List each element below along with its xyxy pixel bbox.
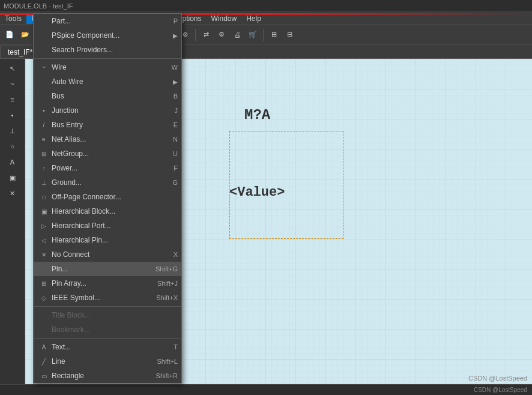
menu-item-bus-entry[interactable]: /Bus EntryE: [34, 118, 181, 132]
toolbar-btn6[interactable]: ⊟: [282, 28, 297, 42]
menu-item-line[interactable]: ╱LineShift+L: [34, 354, 181, 369]
toolbar-btn5[interactable]: ⊞: [267, 28, 281, 42]
schematic-value: <Value>: [229, 185, 285, 200]
toolbar-btn2[interactable]: ⚙: [214, 28, 229, 42]
menu-icon-bus-entry: /: [38, 119, 49, 130]
menu-icon-hier-pin: ◁: [38, 235, 49, 246]
menu-label-title-block: Title Block...: [52, 311, 178, 319]
menu-item-power[interactable]: ↑Power...F: [34, 161, 181, 175]
menu-item-wire[interactable]: ~WireW: [34, 60, 181, 74]
menu-shortcut-power: F: [174, 164, 178, 172]
menu-shortcut-netgroup: U: [173, 150, 178, 157]
menu-item-ieee-symbol[interactable]: ◇IEEE Symbol...Shift+X: [34, 291, 181, 305]
menu-label-auto-wire: Auto Wire: [52, 77, 171, 86]
toolbar-open[interactable]: 📂: [18, 28, 32, 42]
menu-window[interactable]: Window: [206, 13, 241, 24]
menu-separator: [34, 58, 181, 59]
menu-item-net-alias[interactable]: ≡Net Alias...N: [34, 132, 181, 146]
menu-label-bookmark: Bookmark...: [52, 325, 178, 334]
menu-label-hier-block: Hierarchical Block...: [52, 207, 178, 216]
left-btn-power[interactable]: ⊥: [4, 124, 22, 138]
menu-item-ground[interactable]: ⊥Ground...G: [34, 175, 181, 190]
menu-shortcut-bus-entry: E: [174, 121, 178, 128]
menu-label-netgroup: NetGroup...: [52, 149, 168, 158]
titlebar-text: MODULE.OLB - test_IF: [4, 2, 73, 10]
menu-icon-text: A: [38, 342, 49, 352]
menu-label-power: Power...: [52, 164, 169, 172]
menu-item-rectangle[interactable]: ▭RectangleShift+R: [34, 369, 181, 383]
schematic-part-name: M?A: [244, 107, 270, 123]
toolbar-sep3: [195, 29, 196, 41]
left-btn-hier[interactable]: ▣: [4, 170, 22, 185]
menu-shortcut-ieee-symbol: Shift+X: [156, 294, 178, 301]
toolbar-btn3[interactable]: 🖨: [230, 28, 244, 42]
menu-shortcut-wire: W: [172, 64, 178, 71]
menu-icon-offpage: □: [38, 191, 49, 202]
menu-item-pin[interactable]: Pin...Shift+G: [34, 262, 181, 276]
menu-icon-hier-port: ▷: [38, 220, 49, 231]
left-btn-bus[interactable]: ≡: [4, 92, 22, 107]
menu-label-bus: Bus: [52, 92, 169, 100]
left-btn-select[interactable]: ↖: [4, 61, 22, 76]
menu-shortcut-junction: J: [175, 107, 178, 114]
menu-shortcut-pin: Shift+G: [156, 265, 178, 273]
menu-item-hier-block[interactable]: ▣Hierarchical Block...: [34, 204, 181, 219]
menu-item-bookmark: Bookmark...: [34, 322, 181, 337]
left-btn-noconn[interactable]: ✕: [4, 186, 22, 201]
menu-item-netgroup[interactable]: ⊞NetGroup...U: [34, 146, 181, 161]
menu-shortcut-rectangle: Shift+R: [156, 372, 178, 379]
menu-icon-rectangle: ▭: [38, 370, 49, 381]
menu-label-text: Text...: [52, 343, 169, 351]
menu-arrow-pspice: ▶: [173, 32, 178, 39]
menu-icon-hier-block: ▣: [38, 206, 49, 217]
menu-help[interactable]: Help: [241, 13, 266, 24]
menu-icon-bookmark: [38, 324, 49, 335]
toolbar-btn4[interactable]: 🛒: [246, 28, 260, 42]
menu-label-rectangle: Rectangle: [52, 372, 151, 380]
menu-item-offpage[interactable]: □Off-Page Connector...: [34, 190, 181, 204]
menu-label-no-connect: No Connect: [52, 250, 169, 259]
menu-item-text[interactable]: AText...T: [34, 340, 181, 354]
menu-icon-ieee-symbol: ◇: [38, 292, 49, 303]
menu-icon-pspice: [38, 30, 49, 41]
menu-label-offpage: Off-Page Connector...: [52, 193, 178, 201]
menu-shortcut-no-connect: X: [174, 251, 178, 258]
titlebar: MODULE.OLB - test_IF: [0, 0, 532, 12]
menu-shortcut-line: Shift+L: [157, 358, 178, 365]
menu-item-auto-wire[interactable]: Auto Wire▶: [34, 74, 181, 89]
menu-tools[interactable]: Tools: [0, 13, 26, 24]
left-panel: ↖ ~ ≡ • ⊥ ○ A ▣ ✕: [0, 59, 25, 395]
menu-label-pin: Pin...: [52, 265, 151, 273]
menu-item-search-providers[interactable]: Search Providers...: [34, 43, 181, 57]
menu-icon-bus: [38, 91, 49, 101]
menu-shortcut-text: T: [174, 343, 178, 351]
menu-item-bus[interactable]: BusB: [34, 89, 181, 103]
menu-label-pin-array: Pin Array...: [52, 279, 153, 288]
menu-item-pin-array[interactable]: ⊞Pin Array...Shift+J: [34, 276, 181, 291]
menu-icon-power: ↑: [38, 163, 49, 173]
menu-icon-ground: ⊥: [38, 177, 49, 188]
menu-item-hier-pin[interactable]: ◁Hierarchical Pin...: [34, 233, 181, 247]
menu-icon-pin: [38, 264, 49, 274]
left-btn-wire[interactable]: ~: [4, 77, 22, 91]
toolbar-new[interactable]: 📄: [2, 28, 17, 42]
tab-label: test_IF*: [8, 48, 32, 56]
menu-icon-pin-array: ⊞: [38, 278, 49, 289]
menu-item-part[interactable]: Part...P: [34, 14, 181, 28]
menu-shortcut-pin-array: Shift+J: [157, 280, 178, 287]
menu-icon-search-providers: [38, 44, 49, 55]
menu-shortcut-net-alias: N: [173, 136, 178, 143]
menu-label-ieee-symbol: IEEE Symbol...: [52, 294, 151, 302]
menu-label-line: Line: [52, 357, 152, 366]
menu-item-hier-port[interactable]: ▷Hierarchical Port...: [34, 219, 181, 233]
menu-item-no-connect[interactable]: ✕No ConnectX: [34, 247, 181, 262]
menu-separator: [34, 306, 181, 307]
menu-item-pspice[interactable]: PSpice Component...▶: [34, 28, 181, 43]
toolbar-btn1[interactable]: ⇄: [199, 28, 213, 42]
left-btn-pin[interactable]: ○: [4, 139, 22, 154]
left-btn-text[interactable]: A: [4, 155, 22, 169]
menu-item-junction[interactable]: •JunctionJ: [34, 103, 181, 118]
menu-icon-title-block: [38, 310, 49, 321]
left-btn-junction[interactable]: •: [4, 108, 22, 122]
menu-label-part: Part...: [52, 17, 169, 25]
